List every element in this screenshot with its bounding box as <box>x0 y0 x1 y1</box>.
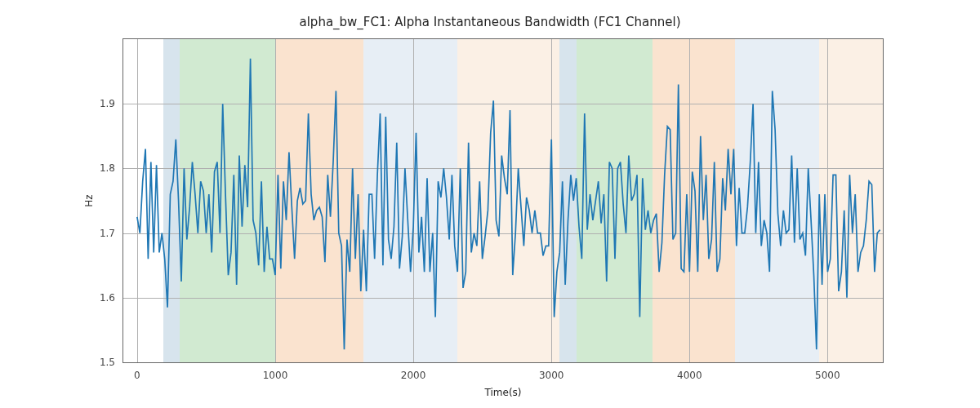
x-tick-label: 0 <box>134 370 140 381</box>
x-tick-label: 2000 <box>401 370 426 381</box>
line-series <box>137 59 880 349</box>
x-tick-label: 4000 <box>677 370 702 381</box>
axes: Time(s) Hz 0100020003000400050001.51.61.… <box>122 38 884 363</box>
x-tick-label: 1000 <box>263 370 288 381</box>
y-tick-label: 1.8 <box>100 162 115 174</box>
y-tick-label: 1.6 <box>100 292 115 304</box>
y-tick-label: 1.5 <box>100 357 115 368</box>
y-axis-label: Hz <box>83 194 95 206</box>
plot-area <box>123 39 883 362</box>
y-tick-label: 1.7 <box>100 228 115 239</box>
chart-title: alpha_bw_FC1: Alpha Instantaneous Bandwi… <box>0 15 980 29</box>
line-layer <box>123 39 883 362</box>
y-tick-label: 1.9 <box>100 98 115 109</box>
x-axis-label: Time(s) <box>485 387 522 398</box>
x-tick-label: 3000 <box>539 370 564 381</box>
figure: alpha_bw_FC1: Alpha Instantaneous Bandwi… <box>0 0 980 408</box>
x-tick-label: 5000 <box>815 370 840 381</box>
